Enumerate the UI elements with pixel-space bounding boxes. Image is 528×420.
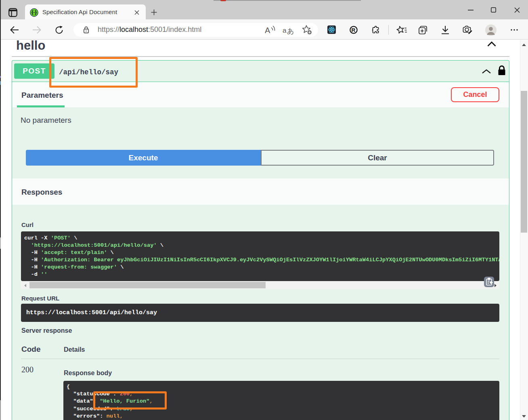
svg-text:R: R bbox=[352, 27, 356, 33]
svg-text:あ: あ bbox=[287, 27, 294, 35]
svg-text:a: a bbox=[283, 27, 287, 34]
svg-text:A: A bbox=[265, 26, 270, 35]
